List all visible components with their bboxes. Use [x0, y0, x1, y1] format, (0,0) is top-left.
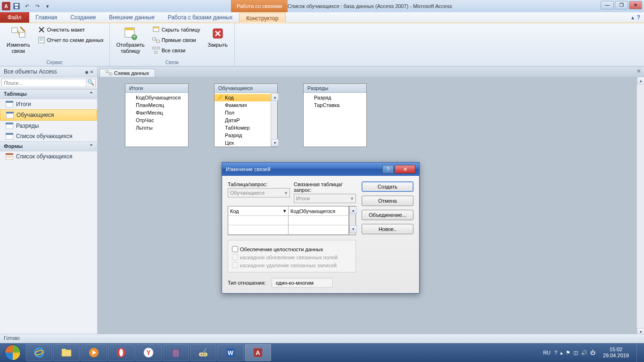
table-field[interactable]: ТабНомер — [215, 124, 271, 132]
create-button[interactable]: Создать — [362, 181, 413, 192]
table-field[interactable]: Разряд — [215, 132, 271, 139]
minimize-ribbon-icon[interactable]: ▴ — [631, 14, 634, 21]
table-box-razryady[interactable]: Разряды Разряд ТарСтавка — [303, 83, 367, 147]
undo-icon[interactable]: ↶ — [23, 2, 31, 10]
left-table-combo[interactable]: Обучающиеся▾ — [228, 188, 290, 197]
tab-design[interactable]: Конструктор — [239, 13, 285, 23]
taskbar-word[interactable]: W — [217, 344, 244, 361]
taskbar-access[interactable]: A — [245, 344, 271, 361]
tray-network-icon[interactable]: ◫ — [573, 350, 578, 356]
start-button[interactable] — [0, 343, 25, 362]
scroll-up-icon[interactable]: ▴ — [349, 206, 357, 214]
left-field-cell[interactable]: Код▾ — [228, 206, 289, 216]
grid-scrollbar[interactable]: ▴ ▾ — [349, 206, 356, 235]
qat-dropdown-icon[interactable]: ▾ — [43, 2, 52, 10]
tray-help-icon[interactable]: ? — [554, 350, 557, 355]
clear-layout-button[interactable]: Очистить макет — [36, 25, 106, 34]
nav-item-razryady[interactable]: Разряды — [0, 121, 97, 131]
tray-up-icon[interactable]: ▴ — [560, 350, 563, 356]
table-field[interactable]: Цех — [215, 139, 271, 147]
nav-collapse-icon[interactable]: « — [90, 68, 93, 75]
tray-power-icon[interactable]: ⏻ — [590, 350, 595, 355]
nav-item-form-spisok[interactable]: Список обучающихся — [0, 151, 97, 162]
scroll-down-icon[interactable]: ▾ — [271, 139, 279, 147]
grid-cell[interactable] — [289, 216, 349, 225]
dialog-help-button[interactable]: ? — [382, 165, 394, 173]
save-icon[interactable] — [12, 2, 21, 10]
search-input[interactable] — [1, 79, 86, 87]
search-icon[interactable]: 🔍 — [86, 79, 96, 87]
restore-button[interactable]: ❐ — [615, 1, 628, 9]
nav-pane-header[interactable]: Все объекты Access ◉ « — [0, 66, 97, 77]
table-field[interactable]: Фамилия — [215, 101, 271, 109]
close-button[interactable]: ✕ — [629, 1, 642, 9]
scroll-up-icon[interactable]: ▴ — [271, 93, 279, 101]
all-relations-button[interactable]: Все связи — [150, 46, 202, 55]
table-field[interactable]: ДатаР — [215, 116, 271, 124]
integrity-checkbox[interactable]: Обеспечение целостности данных — [232, 246, 352, 252]
tray-clock[interactable]: 15:02 29.04.2019 — [599, 346, 633, 359]
table-box-itogi[interactable]: Итоги КодОбучающегося ПланМесяц ФактМеся… — [125, 83, 189, 147]
join-button[interactable]: Объединение... — [362, 210, 413, 220]
taskbar-winrar[interactable] — [163, 344, 189, 361]
dialog-close-button[interactable]: ✕ — [395, 165, 415, 173]
table-scrollbar[interactable]: ▴ ▾ — [271, 93, 277, 147]
direct-relations-button[interactable]: Прямые связи — [150, 35, 202, 45]
show-table-button[interactable]: + Отобразить таблицу — [114, 25, 148, 55]
tab-create[interactable]: Создание — [64, 12, 102, 23]
table-field[interactable]: Пол — [215, 109, 271, 116]
document-close-icon[interactable]: ✕ — [636, 68, 641, 74]
tab-external-data[interactable]: Внешние данные — [102, 12, 161, 23]
taskbar-opera[interactable] — [108, 344, 134, 361]
tray-flag-icon[interactable]: ⚑ — [566, 350, 570, 356]
collapse-icon: ⌃ — [89, 91, 93, 97]
table-field[interactable]: ТарСтавка — [304, 101, 366, 109]
grid-cell[interactable] — [228, 225, 289, 235]
table-field[interactable]: ФактМесяц — [125, 109, 188, 116]
close-relations-button[interactable]: Закрыть — [205, 25, 231, 49]
tray-volume-icon[interactable]: 🔊 — [581, 350, 587, 356]
taskbar-paint[interactable] — [190, 344, 216, 361]
ribbon-tabs: Файл Главная Создание Внешние данные Раб… — [0, 12, 644, 23]
show-desktop-button[interactable] — [636, 343, 642, 362]
access-app-icon[interactable]: A — [2, 2, 10, 10]
table-field[interactable]: ПланМесяц — [125, 101, 188, 109]
nav-group-forms[interactable]: Формы⌃ — [0, 141, 97, 151]
tab-home[interactable]: Главная — [29, 12, 64, 23]
taskbar-yandex[interactable]: Y — [135, 344, 162, 361]
scroll-up-icon[interactable]: ▴ — [637, 77, 644, 84]
table-field[interactable]: Разряд — [304, 94, 366, 101]
file-tab[interactable]: Файл — [0, 12, 29, 23]
hide-table-button[interactable]: Скрыть таблицу — [150, 25, 202, 34]
taskbar-wmp[interactable] — [81, 344, 107, 361]
grid-cell[interactable] — [228, 216, 289, 225]
taskbar-explorer[interactable] — [53, 344, 80, 361]
right-field-cell[interactable]: КодОбучающегося — [289, 206, 349, 216]
tab-database-tools[interactable]: Работа с базами данных — [161, 12, 239, 23]
nav-group-tables[interactable]: Таблицы⌃ — [0, 89, 97, 99]
edit-relations-button[interactable]: Изменить связи — [4, 25, 33, 55]
scroll-down-icon[interactable]: ▾ — [349, 225, 357, 233]
table-field[interactable]: ОтрЧас — [125, 116, 188, 124]
cancel-button[interactable]: Отмена — [362, 196, 413, 206]
new-button[interactable]: Новое.. — [362, 224, 413, 234]
nav-item-spisok[interactable]: Список обучающихся — [0, 131, 97, 141]
taskbar-ie[interactable] — [26, 344, 52, 361]
help-icon[interactable]: ? — [637, 14, 640, 21]
nav-item-itogi[interactable]: Итоги — [0, 99, 97, 109]
minimize-button[interactable]: — — [601, 1, 614, 9]
table-field[interactable]: 🔑Код — [215, 94, 271, 101]
table-box-obuchayushchiesya[interactable]: Обучающиеся 🔑Код Фамилия Пол ДатаР ТабНо… — [214, 83, 278, 147]
nav-item-obuchayushchiesya[interactable]: Обучающиеся — [0, 109, 97, 121]
grid-cell[interactable] — [289, 225, 349, 235]
language-indicator[interactable]: RU — [543, 350, 551, 355]
dialog-titlebar[interactable]: Изменение связей ? ✕ — [222, 163, 419, 176]
redo-icon[interactable]: ↷ — [33, 2, 41, 10]
nav-dropdown-icon[interactable]: ◉ — [85, 70, 89, 74]
right-table-combo[interactable]: Итоги▾ — [294, 194, 356, 203]
table-field[interactable]: Льготы — [125, 124, 188, 132]
relations-report-button[interactable]: Отчет по схеме данных — [36, 35, 106, 45]
document-tab-schema[interactable]: Схема данных — [99, 69, 155, 77]
table-field[interactable]: КодОбучающегося — [125, 94, 188, 101]
canvas-vertical-scrollbar[interactable]: ▴ ▾ — [636, 77, 644, 336]
